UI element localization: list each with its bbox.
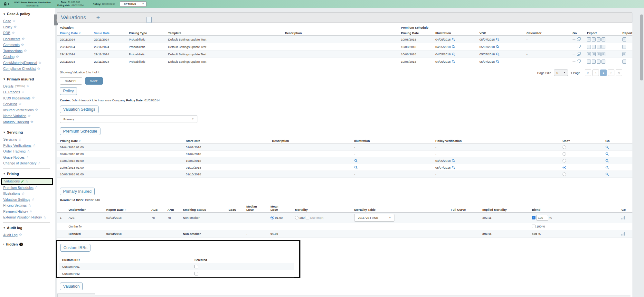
sidebar-item-label[interactable]: Order Tracking <box>3 149 25 153</box>
export-cell[interactable] <box>587 37 622 42</box>
copy-icon[interactable] <box>577 60 581 63</box>
excel-file-icon[interactable] <box>587 37 591 42</box>
sidebar-item-payment-history[interactable]: Payment History☆ <box>3 209 52 215</box>
magnifier-icon[interactable] <box>605 145 609 149</box>
underwriter-row-blended[interactable]: Blended03/03/2018Non-smoker-91.00392.111… <box>57 230 632 238</box>
blend-cell[interactable]: % <box>532 215 621 221</box>
magnifier-icon[interactable] <box>452 45 455 49</box>
use-radio-cell[interactable] <box>563 172 605 176</box>
star-icon[interactable]: ☆ <box>35 186 38 189</box>
checkbox[interactable] <box>306 216 309 219</box>
sidebar-item-audit-log[interactable]: Audit Log☆ <box>3 232 52 238</box>
vertical-scrollbar[interactable] <box>640 14 643 80</box>
premium-schedule-row[interactable]: 15/05/2018 01:0015/05/201804/05/2018 <box>57 157 632 164</box>
sidebar-item-premium-schedules[interactable]: Premium Schedules☆ <box>3 185 52 191</box>
radio-button[interactable] <box>563 172 566 176</box>
page-size-select[interactable]: 5▼ <box>554 70 568 76</box>
export-cell[interactable] <box>587 52 622 56</box>
sidebar-section-title[interactable]: ∨Audit log <box>3 225 52 231</box>
sidebar-item-pricing-settings[interactable]: Pricing Settings☆ <box>3 202 52 209</box>
policy-verification-cell[interactable]: 04/05/2018 <box>435 159 563 162</box>
sidebar-item-label[interactable]: Case <box>3 19 11 23</box>
sidebar-item-label[interactable]: Transactions <box>3 49 23 53</box>
sidebar-item-servicing[interactable]: Servicing☆ <box>3 101 52 107</box>
chart-icon[interactable] <box>621 232 625 236</box>
star-icon[interactable]: ☆ <box>19 233 22 237</box>
checkbox[interactable] <box>194 272 198 275</box>
magnifier-icon[interactable] <box>452 52 455 56</box>
options-button[interactable]: OPTIONS <box>120 1 140 7</box>
sidebar-item-label[interactable]: Cost/Maturity/Disposal <box>3 61 37 65</box>
options-chevron-icon[interactable]: ▼ <box>140 1 147 7</box>
prev-page-button[interactable]: < <box>592 70 599 76</box>
first-page-button[interactable]: |< <box>585 70 591 76</box>
star-icon[interactable]: ☆ <box>30 120 33 124</box>
sidebar-item-label[interactable]: Premium Schedules <box>3 186 33 190</box>
sidebar-section-title[interactable]: ∨Primary insured <box>3 76 52 82</box>
checkbox[interactable] <box>194 265 198 268</box>
star-icon[interactable]: ☆ <box>38 61 42 64</box>
sidebar-item-label[interactable]: External Valuation History <box>3 215 42 219</box>
report-cell[interactable] <box>622 37 632 42</box>
sidebar-item-compliance-checklist[interactable]: Compliance Checklist☆ <box>3 66 52 72</box>
sidebar-item-comments[interactable]: Comments☆ <box>3 42 52 48</box>
excel-file-icon[interactable] <box>587 45 591 49</box>
go-cell[interactable] <box>605 166 632 169</box>
use-radio-cell[interactable] <box>563 166 605 169</box>
custom-irr-row[interactable]: CustomIRR1 <box>59 263 294 270</box>
premium-schedule-row[interactable]: 09/04/2018 01:0001/04/2018-- <box>57 151 632 157</box>
excel-file-icon[interactable] <box>622 45 626 49</box>
star-icon[interactable]: ☆ <box>43 216 46 219</box>
excel-file-icon[interactable] <box>597 45 601 49</box>
plus-icon[interactable]: + <box>96 14 100 21</box>
sidebar-item-label[interactable]: Name Variation <box>3 114 26 118</box>
radio-button[interactable] <box>270 216 274 219</box>
star-icon[interactable]: ☆ <box>27 150 30 153</box>
checkbox[interactable] <box>532 225 535 228</box>
sidebar-item-closing[interactable]: Closing☆ <box>3 54 52 60</box>
excel-file-icon[interactable] <box>601 60 605 64</box>
use-radio-cell[interactable] <box>563 159 605 162</box>
sidebar-item-external-valuation-history[interactable]: External Valuation History☆ <box>3 214 52 220</box>
excel-file-icon[interactable] <box>601 52 605 56</box>
star-icon[interactable]: ☆ <box>28 114 31 118</box>
excel-file-icon[interactable] <box>597 52 601 56</box>
go-cell[interactable] <box>605 159 632 162</box>
sidebar-item-name-variation[interactable]: Name Variation☆ <box>3 113 52 119</box>
radio-button[interactable] <box>563 159 566 162</box>
valuation-row[interactable]: 29/11/202429/11/2024ProbabilisticDefault… <box>57 51 632 58</box>
sidebar-item-change-of-beneficiary[interactable]: Change of Beneficiary☆ <box>3 160 52 166</box>
sidebar-item-policy[interactable]: Policy☆ <box>3 24 52 30</box>
go-cell[interactable] <box>605 145 632 149</box>
sidebar-item-le-reports[interactable]: LE Reports☆ <box>3 89 52 95</box>
use-radio-cell[interactable] <box>563 152 605 156</box>
voc-cell[interactable]: 05/07/2018 <box>479 38 526 41</box>
magnifier-icon[interactable] <box>452 60 455 63</box>
sidebar-item-case[interactable]: Case☆ <box>3 18 52 24</box>
magnifier-icon[interactable] <box>452 159 455 162</box>
sidebar-item-grace-notices[interactable]: Grace Notices☆ <box>3 154 52 161</box>
radio-button[interactable] <box>295 216 298 219</box>
selected-cell[interactable] <box>194 272 294 275</box>
sidebar-item-label[interactable]: Valuation Settings <box>3 198 30 201</box>
illustration-cell[interactable]: 04/05/2018 <box>435 60 479 63</box>
excel-file-icon[interactable] <box>592 52 596 56</box>
sidebar-item-insured-verifications[interactable]: Insured Verifications☆ <box>3 107 52 113</box>
magnifier-icon[interactable] <box>452 38 455 41</box>
excel-file-icon[interactable] <box>587 52 591 56</box>
sidebar-item-label[interactable]: Valuations <box>4 179 20 183</box>
magnifier-icon[interactable] <box>496 52 499 56</box>
sidebar-item-details[interactable]: Details(FJ8910M)☆ <box>3 83 52 89</box>
magnifier-icon[interactable] <box>605 159 609 162</box>
sidebar-item-label[interactable]: Pricing Settings <box>3 203 27 207</box>
copy-icon[interactable] <box>577 52 581 56</box>
go-cell[interactable]: — <box>573 52 587 56</box>
sidebar-item-illustrations[interactable]: Illustrations☆ <box>3 190 52 197</box>
mortality-cell[interactable]: 280 Use Imprt <box>295 216 354 219</box>
sidebar-item-maturity-tracking[interactable]: Maturity Tracking☆ <box>3 119 52 125</box>
policy-verification-cell[interactable]: 05/07/2018 <box>435 166 563 169</box>
sidebar-item-icd9-impairments[interactable]: ICD9 Impairments☆ <box>3 95 52 101</box>
excel-file-icon[interactable] <box>592 45 596 49</box>
valuation-row[interactable]: 29/11/202429/11/2024ProbabilisticDefault… <box>57 43 632 51</box>
sidebar-item-servicing[interactable]: Servicing☆ <box>3 136 52 143</box>
